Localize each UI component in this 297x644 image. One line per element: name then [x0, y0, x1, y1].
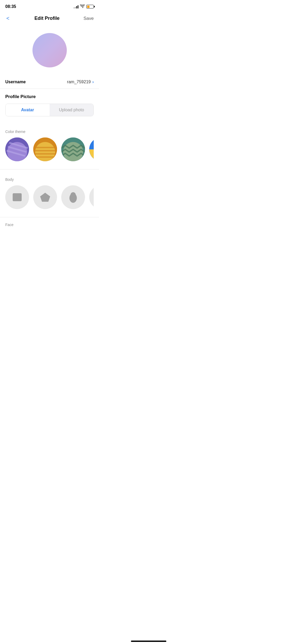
- body-item-3[interactable]: [61, 185, 85, 209]
- save-button[interactable]: Save: [83, 16, 94, 21]
- svg-marker-17: [40, 193, 50, 202]
- color-egg-purple[interactable]: [5, 137, 29, 161]
- color-theme-label: Color theme: [5, 130, 94, 134]
- body-item-2[interactable]: [33, 185, 57, 209]
- nav-bar: < Edit Profile Save: [0, 12, 99, 25]
- body-row: [5, 185, 94, 212]
- username-label: Username: [5, 80, 26, 84]
- back-button[interactable]: <: [5, 14, 11, 22]
- face-section: Face: [0, 220, 99, 233]
- avatar-section: [0, 25, 99, 75]
- face-label: Face: [5, 223, 94, 227]
- upload-photo-toggle-button[interactable]: Upload photo: [50, 104, 94, 116]
- status-time: 08:35: [5, 4, 16, 9]
- color-egg-orange[interactable]: [33, 137, 57, 161]
- body-label: Body: [5, 177, 94, 182]
- profile-picture-title: Profile Picture: [5, 94, 94, 99]
- page-title: Edit Profile: [34, 16, 59, 21]
- color-theme-section: Color theme: [0, 124, 99, 167]
- color-egg-blue-yellow[interactable]: [89, 137, 94, 161]
- chevron-right-icon: ›: [92, 80, 94, 84]
- body-section: Body: [0, 172, 99, 214]
- divider-1: [0, 169, 99, 169]
- signal-icon: [74, 5, 78, 8]
- body-item-1[interactable]: [5, 185, 29, 209]
- color-theme-row: [5, 137, 94, 164]
- color-egg-teal[interactable]: [61, 137, 85, 161]
- status-icons: [74, 4, 94, 9]
- profile-picture-section: Profile Picture Avatar Upload photo: [0, 89, 99, 124]
- avatar[interactable]: [32, 33, 67, 67]
- avatar-toggle-button[interactable]: Avatar: [6, 104, 50, 116]
- wifi-icon: [80, 4, 85, 9]
- username-value: ram_759219: [67, 80, 91, 84]
- username-row[interactable]: Username ram_759219 ›: [0, 75, 99, 89]
- svg-rect-15: [89, 149, 94, 161]
- username-value-wrap[interactable]: ram_759219 ›: [67, 80, 94, 84]
- status-bar: 08:35: [0, 0, 99, 12]
- body-item-4[interactable]: [89, 185, 94, 209]
- svg-rect-16: [13, 193, 22, 201]
- picture-type-toggle[interactable]: Avatar Upload photo: [5, 104, 94, 116]
- svg-point-19: [70, 192, 76, 197]
- battery-icon: [86, 5, 94, 8]
- svg-point-6: [35, 142, 55, 161]
- divider-2: [0, 217, 99, 217]
